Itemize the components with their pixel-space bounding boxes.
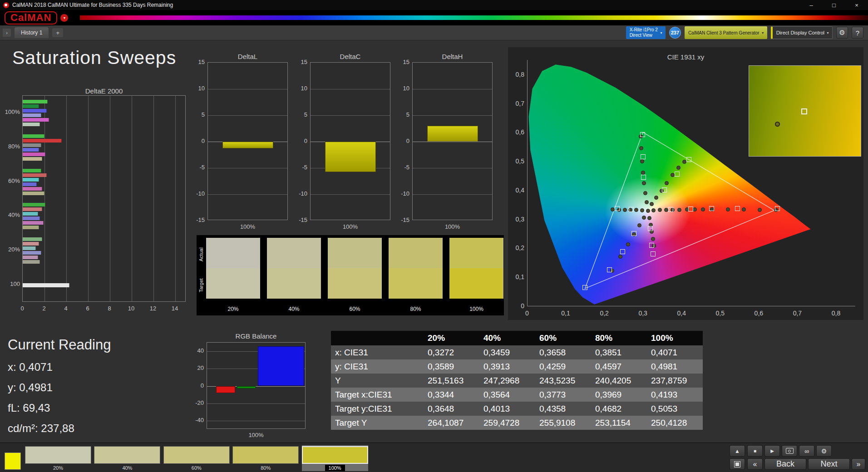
close-button[interactable]: × bbox=[845, 0, 868, 10]
collapse-panel-icon[interactable]: › bbox=[3, 29, 11, 37]
grid-line bbox=[311, 115, 390, 116]
window-title: CalMAN 2018 CalMAN Ultimate for Business… bbox=[12, 2, 173, 8]
meter-label: X-Rite i1Pro 2 Direct View bbox=[630, 27, 658, 38]
inset-measured-point bbox=[775, 122, 780, 127]
help-icon[interactable]: ? bbox=[852, 27, 863, 39]
x-tick-label: 8 bbox=[104, 305, 115, 312]
frame-icon[interactable] bbox=[730, 458, 745, 470]
measured-point bbox=[651, 237, 655, 241]
table-cell: 0,3773 bbox=[535, 388, 591, 402]
grid-line bbox=[153, 96, 154, 301]
y-tick-label: 0 bbox=[506, 302, 524, 310]
display-control-dropdown[interactable]: Direct Display Control ▼ bbox=[771, 26, 833, 39]
red-bar bbox=[216, 386, 235, 393]
green-bar bbox=[237, 386, 256, 389]
pattern-level-100%[interactable]: 100% bbox=[302, 445, 368, 471]
target-swatch-half bbox=[206, 268, 260, 299]
y-tick-label: -15 bbox=[187, 216, 205, 223]
meter-dropdown[interactable]: X-Rite i1Pro 2 Direct View ▼ bbox=[626, 26, 666, 39]
logo-menu-caret-icon[interactable]: ▼ bbox=[60, 14, 68, 22]
pattern-level-40%[interactable]: 40% bbox=[94, 445, 160, 471]
add-tab-button[interactable]: + bbox=[52, 28, 63, 37]
actual-swatch-half bbox=[449, 238, 503, 268]
pattern-level-20%[interactable]: 20% bbox=[25, 445, 91, 471]
target-point bbox=[629, 207, 634, 212]
pattern-swatch bbox=[302, 446, 368, 464]
table-cell: 264,1087 bbox=[424, 416, 479, 430]
tab-history-1[interactable]: History 1 bbox=[15, 27, 49, 38]
table-row-label: x: CIE31 bbox=[331, 345, 424, 359]
back-chevron-icon[interactable]: « bbox=[747, 458, 763, 470]
deltae-bar bbox=[23, 260, 40, 264]
x-tick-label: 0,6 bbox=[751, 310, 766, 317]
next-button[interactable]: Next bbox=[808, 458, 850, 470]
target-point bbox=[735, 206, 740, 211]
next-chevron-icon[interactable]: » bbox=[852, 458, 865, 470]
table-header-cell bbox=[331, 331, 424, 345]
gear-icon[interactable]: ⚙ bbox=[836, 27, 848, 39]
y-tick-label: 60% bbox=[0, 177, 20, 184]
deltae-bar bbox=[23, 123, 40, 126]
deltaC-xlabel: 100% bbox=[310, 223, 390, 230]
table-cell: 0,3344 bbox=[424, 388, 479, 402]
grid-line bbox=[413, 115, 492, 116]
deltaC-title: DeltaC bbox=[310, 53, 390, 60]
y-tick-label: 20% bbox=[0, 246, 20, 253]
table-cell: 0,4597 bbox=[591, 359, 647, 374]
target-point bbox=[649, 243, 654, 248]
meter-line2: Direct View bbox=[630, 33, 658, 38]
y-tick-label: 0 bbox=[289, 138, 307, 144]
pattern-swatch bbox=[232, 446, 299, 464]
back-button[interactable]: Back bbox=[764, 458, 806, 470]
y-tick-label: 0,2 bbox=[506, 244, 524, 251]
rgb-balance-xlabel: 100% bbox=[207, 432, 306, 438]
results-table: 20%40%60%80%100%x: CIE310,32720,34590,36… bbox=[331, 331, 703, 430]
pattern-level-80%[interactable]: 80% bbox=[232, 445, 299, 471]
pattern-swatch bbox=[163, 446, 230, 464]
target-point bbox=[775, 206, 780, 211]
target-point bbox=[641, 154, 646, 159]
camera-icon[interactable] bbox=[782, 445, 797, 457]
target-point bbox=[686, 157, 691, 162]
deltae-bar bbox=[23, 212, 38, 216]
pattern-label: 60% bbox=[163, 465, 230, 471]
stop-icon[interactable]: ■ bbox=[747, 445, 763, 457]
play-icon[interactable]: ▶ bbox=[764, 445, 780, 457]
table-cell: 0,5053 bbox=[647, 402, 703, 416]
deltae-bar bbox=[23, 104, 39, 108]
target-point bbox=[582, 285, 587, 290]
infinity-icon[interactable]: ∞ bbox=[799, 445, 814, 457]
settings-gear-icon[interactable]: ⚙ bbox=[816, 445, 832, 457]
x-tick-label: 0,3 bbox=[636, 310, 650, 317]
deltaL-bar bbox=[222, 142, 273, 148]
target-point bbox=[651, 251, 656, 256]
table-cell: 0,4981 bbox=[647, 359, 703, 374]
y-tick-label: 100 bbox=[0, 280, 20, 287]
table-cell: 0,4071 bbox=[647, 345, 703, 359]
table-row-label: Target x:CIE31 bbox=[331, 388, 424, 402]
rgb-balance-chart bbox=[207, 342, 306, 429]
pattern-level-60%[interactable]: 60% bbox=[163, 445, 230, 471]
minimize-button[interactable]: – bbox=[800, 0, 823, 10]
deltae-bar bbox=[23, 169, 41, 172]
spectrum-gradient bbox=[80, 15, 868, 20]
reading-value: fL: 69,43 bbox=[8, 402, 158, 414]
maximize-button[interactable]: □ bbox=[823, 0, 845, 10]
deltae-bar bbox=[23, 182, 37, 186]
pattern-label: 40% bbox=[94, 465, 160, 471]
deltae-bar bbox=[23, 100, 48, 103]
bottom-bar: ▲ ■ ▶ ∞ ⚙ « Back Next » 20%40%60%80%100% bbox=[0, 442, 868, 472]
table-header-cell: 100% bbox=[647, 331, 703, 345]
table-header-cell: 40% bbox=[479, 331, 535, 345]
table-header-cell: 80% bbox=[591, 331, 647, 345]
grid-line bbox=[132, 96, 132, 301]
deltae-bar bbox=[23, 192, 44, 195]
grid-line bbox=[311, 194, 390, 195]
deltaL-title: DeltaL bbox=[207, 53, 288, 60]
target-swatch-half bbox=[267, 268, 321, 299]
pattern-generator-dropdown[interactable]: CalMAN Client 3 Pattern Generator ▼ bbox=[685, 26, 767, 39]
eject-icon[interactable]: ▲ bbox=[730, 445, 745, 457]
target-point bbox=[607, 267, 612, 272]
x-tick-label: 0,7 bbox=[790, 310, 804, 317]
table-row-label: Target Y bbox=[331, 416, 424, 430]
